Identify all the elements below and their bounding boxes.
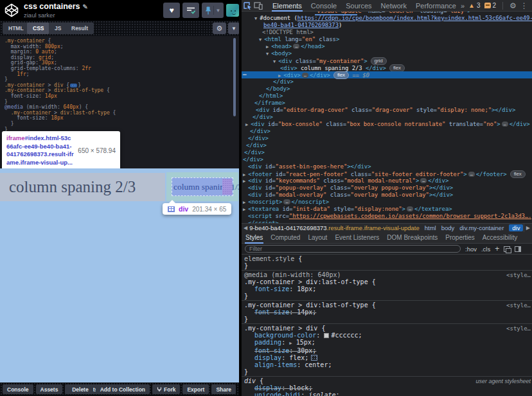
sidebar-tab-accessibility[interactable]: Accessibility xyxy=(479,232,521,244)
dom-tree-row[interactable]: ▶ <div id="box-console" class="box box-c… xyxy=(242,121,532,128)
devtools-tab-performance[interactable]: Performance xyxy=(411,0,461,12)
dom-tree-row[interactable]: <script src="https://cpwebassets.codepen… xyxy=(242,213,532,220)
dom-tree-row[interactable]: ▶ <textarea id="init-data" style="displa… xyxy=(242,206,532,213)
css-code-editor[interactable]: .my-container { max-width: 800px; margin… xyxy=(0,36,239,168)
breadcrumb-scroll-left-icon[interactable]: ◀ xyxy=(242,225,249,231)
result-column-1-3-highlighted[interactable]: column spaning 1/3 xyxy=(166,172,238,201)
style-property-line[interactable]: display: block; xyxy=(242,384,532,392)
style-rule-section[interactable]: @media (min-width: 640px).my-container >… xyxy=(242,271,532,301)
dom-tree-row[interactable]: ⋯▶ <div>…</div>flex == $0 xyxy=(242,71,532,78)
devtools-tab-elements[interactable]: Elements xyxy=(268,0,306,12)
expander-icon[interactable]: … xyxy=(293,44,299,49)
dom-tree-row[interactable]: <div id="asset-bin-goes-here"></div> xyxy=(242,163,532,170)
change-view-button[interactable] xyxy=(182,3,199,18)
tab-js[interactable]: JS xyxy=(49,22,67,34)
styles-pane[interactable]: element.style {}@media (min-width: 640px… xyxy=(242,255,532,396)
more-tabs-icon[interactable]: » xyxy=(461,2,465,10)
dom-tree-row[interactable]: </div> xyxy=(242,114,532,121)
dom-tree-row[interactable]: be40-ba41-041762698373) xyxy=(242,22,532,29)
new-style-rule-button[interactable]: + xyxy=(495,244,499,253)
style-property-line[interactable]: font-size: 18px; xyxy=(242,285,532,292)
style-property-line[interactable]: align-items: center; xyxy=(242,361,532,368)
color-swatch[interactable] xyxy=(324,333,329,338)
tab-html[interactable]: HTML xyxy=(3,22,30,34)
dom-tree-row[interactable]: </div> xyxy=(242,78,532,86)
breadcrumb-item[interactable]: 9-be40-ba41-041762698373 xyxy=(249,224,326,231)
styles-filter-input[interactable] xyxy=(245,245,461,253)
element-classes-button[interactable]: .cls xyxy=(481,246,490,253)
result-column-2-3[interactable]: column spaning 2/3 xyxy=(0,173,165,201)
device-toolbar-icon[interactable] xyxy=(254,1,263,10)
dom-tree-row[interactable]: <div id="popup-overlay" class="overlay p… xyxy=(242,184,532,192)
dom-tree-row[interactable]: <div id="editor-drag-cover" class="drag-… xyxy=(242,107,532,114)
dom-tree-row[interactable]: ▼ #document (https://cdpn.io/cpe/boomboo… xyxy=(242,15,532,22)
codepen-logo[interactable] xyxy=(4,3,19,17)
devtools-tab-console[interactable]: Console xyxy=(306,0,341,12)
row-menu-dots-icon[interactable]: ⋯ xyxy=(243,71,246,78)
sidebar-tab-properties[interactable]: Properties xyxy=(441,232,479,244)
add-to-collection-button[interactable]: Add to Collection xyxy=(96,384,150,394)
flex-badge[interactable]: flex xyxy=(389,64,405,72)
dom-tree-row[interactable]: ▼ <body> xyxy=(242,50,532,57)
user-avatar[interactable] xyxy=(226,4,239,17)
code-line[interactable]: font-size: 18px xyxy=(4,116,239,122)
editor-scrollbar[interactable] xyxy=(233,38,236,116)
like-button[interactable]: ♥ xyxy=(163,3,180,18)
editor-collapse-button[interactable]: ▼ xyxy=(228,22,240,34)
expander-icon[interactable]: … xyxy=(283,199,290,204)
code-line[interactable]: grid-template-columns: 2fr xyxy=(4,66,239,72)
dom-tree-row[interactable]: </div> xyxy=(242,156,532,163)
sidebar-tab-dom-breakpoints[interactable]: DOM Breakpoints xyxy=(383,232,441,244)
pen-author[interactable]: ziaul sarker xyxy=(24,12,55,19)
expander-icon[interactable]: … xyxy=(420,178,427,183)
stylesheet-source-link[interactable]: <style… xyxy=(506,302,531,309)
result-preview[interactable]: column spaning 2/3 column spaning 1/3 di… xyxy=(0,168,239,382)
dom-tree-row[interactable]: </body> xyxy=(242,86,532,93)
expander-icon[interactable]: … xyxy=(407,206,413,212)
flex-badge[interactable]: flex xyxy=(510,170,526,178)
tab-css[interactable]: CSS xyxy=(27,22,49,34)
style-property-line[interactable]: background-color: #cccccc; xyxy=(242,332,532,339)
expand-shorthand-icon[interactable]: ▶ xyxy=(289,341,294,346)
code-line[interactable]: } xyxy=(4,122,239,127)
dom-tree-row[interactable]: ▶ <noscript>…</noscript> xyxy=(242,199,532,206)
sidebar-tab-layout[interactable]: Layout xyxy=(304,232,331,244)
flex-editor-icon[interactable] xyxy=(311,355,317,361)
style-property-line[interactable]: unicode-bidi: isolate; xyxy=(242,392,532,396)
breadcrumb-item[interactable]: div xyxy=(509,224,523,231)
sidebar-tab-event-listeners[interactable]: Event Listeners xyxy=(331,232,383,244)
expander-icon[interactable]: … xyxy=(468,172,475,177)
dom-tree-row[interactable]: </div> xyxy=(242,128,532,135)
devtools-tab-sources[interactable]: Sources xyxy=(341,0,376,12)
pen-title[interactable]: css containers✎ xyxy=(24,2,88,11)
issues-counter[interactable]: 2 xyxy=(484,2,497,9)
breadcrumb-item[interactable]: body xyxy=(441,224,455,231)
devtools-tab-network[interactable]: Network xyxy=(377,0,411,12)
dom-tree[interactable]: -visual-update" name="CodePen" loading="… xyxy=(242,12,532,223)
breadcrumb-scroll-right-icon[interactable]: ▶ xyxy=(524,224,532,232)
dom-tree-row[interactable]: ▶ <div id="keycommands" class="modal mod… xyxy=(242,177,532,184)
tab-result[interactable]: Result xyxy=(66,22,94,34)
grid-badge[interactable]: grid xyxy=(371,57,387,65)
style-rule-section[interactable]: .my-container > div:last-of-type {<style… xyxy=(242,301,532,324)
warnings-counter[interactable]: ▲3 xyxy=(468,2,480,9)
dom-tree-row[interactable]: <div id="modal-overlay" class="overlay m… xyxy=(242,192,532,199)
style-rule-section[interactable]: div {user agent stylesheetdisplay: block… xyxy=(242,377,532,396)
style-property-line[interactable]: font-size: 30px; xyxy=(242,347,532,354)
breadcrumb-item[interactable]: html xyxy=(425,224,436,231)
fork-button[interactable]: Fork xyxy=(152,384,180,394)
dom-tree-row[interactable]: </iframe> xyxy=(242,100,532,107)
stylesheet-source-link[interactable]: <style… xyxy=(506,325,531,332)
dom-tree-row[interactable]: ▶ <footer id="react-pen-footer" class="s… xyxy=(242,170,532,177)
breadcrumb-item[interactable]: .result-iframe.iframe-visual-update xyxy=(327,224,420,231)
dom-tree-row[interactable]: ▼ <html lang="en" class> xyxy=(242,36,532,43)
style-property-line[interactable]: display: flex; xyxy=(242,354,532,361)
expander-icon[interactable]: … xyxy=(502,122,508,127)
code-line[interactable]: 1fr; xyxy=(4,72,239,78)
stylesheet-source-link[interactable]: user agent stylesheet xyxy=(475,378,531,384)
toggle-sidebar-icon[interactable] xyxy=(515,246,521,252)
expander-icon[interactable]: … xyxy=(302,73,308,78)
dom-tree-row[interactable]: </div> xyxy=(242,135,532,142)
stylesheet-source-link[interactable]: <style… xyxy=(506,272,531,278)
toggle-element-state-button[interactable]: :hov xyxy=(465,246,477,253)
